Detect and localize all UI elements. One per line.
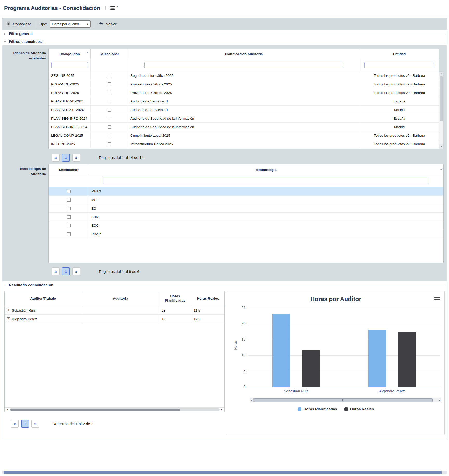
volver-label: Volver [106, 22, 116, 26]
row-checkbox[interactable] [108, 108, 111, 112]
scroll-right-icon[interactable]: ▸ [438, 398, 441, 402]
result-hscrollbar[interactable]: ◄ ► [5, 407, 224, 412]
column-header-auditoria[interactable]: Auditoria [82, 291, 159, 306]
planes-table-header: Código Plan ▼ Seleccionar Planificación … [49, 49, 439, 59]
scroll-down-icon[interactable]: ▼ [439, 144, 443, 149]
pagination-page-button[interactable]: 1 [62, 154, 70, 162]
column-header-seleccionar[interactable]: Seleccionar [91, 49, 128, 59]
cell-seleccionar [91, 123, 128, 131]
scroll-up-icon[interactable]: ▲ [440, 167, 443, 170]
section-filtro-general[interactable]: ▸ Filtro general [2, 30, 447, 38]
scroll-left-icon[interactable]: ◄ [6, 408, 8, 411]
row-checkbox[interactable] [67, 190, 71, 193]
pagination-next-button[interactable]: » [72, 154, 80, 162]
chart-bar [368, 330, 386, 387]
chart-context-menu-icon[interactable] [434, 296, 440, 300]
pagination-page-button[interactable]: 1 [62, 267, 70, 275]
chart-hscrollbar[interactable]: ◂ ▸ [250, 398, 441, 402]
table-row: LEGAL-COMP-2025Cumplimiento Legal 2025To… [49, 131, 439, 140]
row-checkbox[interactable] [108, 142, 111, 146]
scrollbar-track [439, 121, 443, 144]
row-checkbox[interactable] [108, 134, 111, 137]
expanded-arrow-icon: ▾ [4, 40, 9, 43]
section-divider [56, 285, 445, 285]
section-label: Resultado consolidación [9, 283, 53, 287]
scroll-right-icon[interactable]: ► [221, 408, 223, 411]
pagination-next-button[interactable]: » [72, 267, 80, 275]
consolidar-button[interactable]: Consolidar [5, 20, 32, 28]
column-header-horas-planificadas[interactable]: Horas Planificadas [159, 291, 191, 306]
row-checkbox[interactable] [108, 117, 111, 120]
column-header-metodologia[interactable]: Metodología [89, 164, 443, 175]
scrollbar-thumb[interactable] [10, 409, 180, 411]
cell-seleccionar [49, 187, 89, 195]
table-row: RBAP [49, 230, 443, 238]
row-checkbox[interactable] [108, 125, 111, 129]
row-checkbox[interactable] [67, 215, 71, 219]
filter-cell [128, 59, 360, 71]
cell-seleccionar [49, 196, 89, 204]
row-checkbox[interactable] [67, 207, 71, 210]
auditor-name: Sebastián Ruiz [12, 308, 36, 312]
legend-item[interactable]: Horas Planificadas [298, 407, 337, 411]
main-content-box: Consolidar Tipo: Horas por Auditor ▼ Vol… [2, 18, 447, 440]
pagination-next-button[interactable]: » [31, 420, 39, 428]
cell-seleccionar [91, 140, 128, 148]
scrollbar-thumb[interactable] [254, 398, 433, 402]
cell-planificacion: Infraestructura Crítica 2025 [128, 140, 360, 148]
planes-vscrollbar[interactable]: ▲ ▼ [439, 71, 444, 149]
column-header-entidad[interactable]: Entidad [360, 49, 439, 59]
scroll-up-icon[interactable]: ▲ [439, 72, 443, 76]
toolbar: Consolidar Tipo: Horas por Auditor ▼ Vol… [2, 18, 447, 30]
pagination-prev-button[interactable]: « [52, 267, 60, 275]
scrollbar-thumb[interactable] [440, 76, 443, 121]
legend-item[interactable]: Horas Reales [344, 407, 374, 411]
row-checkbox[interactable] [67, 224, 71, 227]
tipo-select[interactable]: Horas por Auditor ▼ [50, 20, 91, 28]
cell-seleccionar [91, 80, 128, 88]
scroll-left-icon[interactable]: ◂ [250, 398, 254, 402]
column-header-planificacion[interactable]: Planificación Auditoría [128, 49, 360, 59]
metodologia-table-header: Seleccionar Metodología [49, 164, 443, 175]
row-checkbox[interactable] [67, 198, 71, 202]
metodologia-table-zone: Seleccionar Metodología MRTSMPEECABRECCR… [48, 164, 444, 263]
cell-entidad: España [360, 97, 439, 105]
volver-button[interactable]: Volver [97, 21, 118, 27]
section-resultado-consolidacion[interactable]: ▾ Resultado consolidación [2, 281, 447, 289]
chart-gridline [248, 308, 440, 308]
codigo-plan-filter-input[interactable] [51, 62, 88, 68]
pagination-prev-button[interactable]: « [11, 420, 19, 428]
expand-icon[interactable]: + [7, 309, 10, 312]
toolbar-separator [94, 21, 94, 27]
row-checkbox[interactable] [108, 74, 111, 77]
row-checkbox[interactable] [67, 232, 71, 236]
metodologia-filter-input[interactable] [103, 178, 429, 184]
view-options-button[interactable]: ▼ [110, 6, 118, 10]
section-filtros-especificos[interactable]: ▾ Filtros específicos [2, 38, 447, 45]
page-hscrollbar[interactable] [2, 471, 447, 474]
expanded-arrow-icon: ▾ [4, 284, 9, 287]
column-header-codigo-plan[interactable]: Código Plan ▼ [49, 49, 91, 59]
expand-icon[interactable]: + [7, 317, 10, 320]
section-divider [35, 34, 445, 34]
pagination-page-button[interactable]: 1 [21, 420, 29, 428]
row-checkbox[interactable] [108, 91, 111, 94]
sort-filter-icon[interactable]: ▼ [86, 51, 89, 54]
column-header-seleccionar[interactable]: Seleccionar [49, 164, 89, 175]
column-header-auditor-trabajo[interactable]: Auditor/Trabajo [5, 291, 82, 306]
cell-seleccionar [49, 213, 89, 221]
cell-planificacion: Auditoría de Servicios IT [128, 97, 360, 105]
row-checkbox[interactable] [108, 100, 111, 103]
scrollbar-thumb[interactable] [4, 471, 442, 474]
pagination-resultado: « 1 » Registros del 1 al 2 de 2 [11, 420, 225, 428]
y-axis-tick-label: 15 [236, 337, 245, 341]
pagination-prev-button[interactable]: « [52, 154, 60, 162]
planificacion-filter-input[interactable] [144, 62, 343, 68]
entidad-filter-input[interactable] [364, 62, 434, 68]
table-row: ECC [49, 221, 443, 230]
row-checkbox[interactable] [108, 82, 111, 86]
result-table-panel: Auditor/Trabajo Auditoria Horas Planific… [4, 291, 225, 412]
column-header-horas-reales[interactable]: Horas Reales [191, 291, 224, 306]
planes-table-zone: Código Plan ▼ Seleccionar Planificación … [48, 49, 444, 149]
filter-cell [49, 59, 91, 71]
